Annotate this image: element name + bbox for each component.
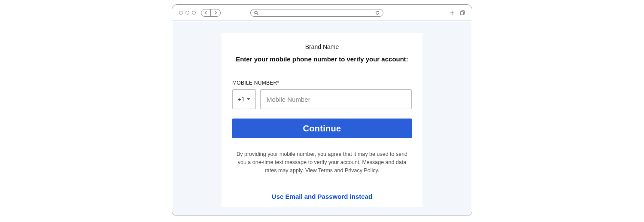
nav-forward-button[interactable] xyxy=(211,9,220,16)
chevron-down-icon xyxy=(247,98,250,100)
traffic-lights xyxy=(179,11,196,15)
mobile-number-label: MOBILE NUMBER* xyxy=(232,80,412,86)
mobile-number-input[interactable] xyxy=(260,89,412,109)
url-bar[interactable] xyxy=(250,9,383,17)
phone-row: +1 xyxy=(232,89,412,109)
country-code-select[interactable]: +1 xyxy=(232,89,256,109)
divider xyxy=(232,184,412,184)
refresh-icon[interactable] xyxy=(375,11,380,15)
use-email-password-link[interactable]: Use Email and Password instead xyxy=(222,193,422,200)
brand-name: Brand Name xyxy=(222,43,422,50)
nav-back-button[interactable] xyxy=(201,9,211,16)
chevron-left-icon xyxy=(204,11,207,15)
svg-point-0 xyxy=(255,11,257,14)
continue-button[interactable]: Continue xyxy=(232,119,412,138)
verify-card: Brand Name Enter your mobile phone numbe… xyxy=(222,33,422,207)
browser-window: Brand Name Enter your mobile phone numbe… xyxy=(172,4,472,216)
window-minimize-icon[interactable] xyxy=(185,11,189,15)
plus-icon[interactable] xyxy=(450,10,455,15)
card-heading: Enter your mobile phone number to verify… xyxy=(222,55,422,63)
search-icon xyxy=(254,11,258,15)
window-close-icon[interactable] xyxy=(179,11,183,15)
phone-form: MOBILE NUMBER* +1 Continue xyxy=(222,80,422,150)
viewport: Brand Name Enter your mobile phone numbe… xyxy=(172,21,472,216)
legal-text: By providing your mobile number, you agr… xyxy=(222,150,422,184)
window-maximize-icon[interactable] xyxy=(192,11,196,15)
country-code-value: +1 xyxy=(238,96,245,103)
svg-marker-5 xyxy=(247,98,250,100)
browser-chrome xyxy=(172,5,472,21)
copy-icon[interactable] xyxy=(460,10,465,15)
nav-buttons xyxy=(201,9,221,17)
chevron-right-icon xyxy=(214,11,217,15)
chrome-right-controls xyxy=(450,10,465,15)
svg-rect-4 xyxy=(461,12,464,15)
svg-line-1 xyxy=(257,13,258,15)
